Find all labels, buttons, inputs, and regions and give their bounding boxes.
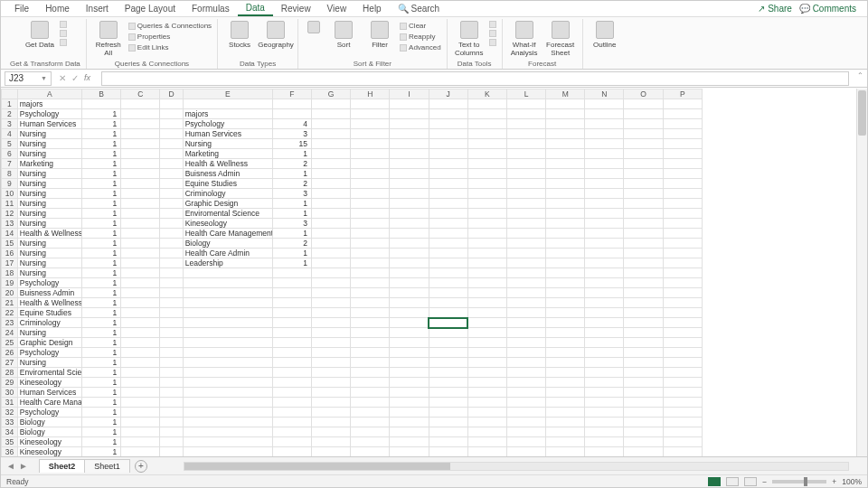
cell-B30[interactable]: 1 <box>81 388 120 398</box>
cell-L36[interactable] <box>506 447 545 457</box>
cell-N31[interactable] <box>585 398 624 408</box>
cell-A31[interactable]: Health Care Management <box>17 398 81 408</box>
cell-H31[interactable] <box>351 398 390 408</box>
menu-insert[interactable]: Insert <box>78 2 117 15</box>
cell-C4[interactable] <box>121 129 160 139</box>
cell-G30[interactable] <box>311 388 350 398</box>
cell-H3[interactable] <box>351 119 390 129</box>
clear-filter[interactable]: Clear <box>400 21 441 31</box>
cell-O13[interactable] <box>624 219 663 229</box>
cell-N14[interactable] <box>585 229 624 239</box>
sheet-nav-prev-icon[interactable]: ◄ <box>6 461 15 471</box>
cell-H11[interactable] <box>351 199 390 209</box>
cell-K25[interactable] <box>467 338 506 348</box>
cell-B1[interactable] <box>81 99 120 109</box>
cell-B22[interactable]: 1 <box>81 308 120 318</box>
select-all-corner[interactable] <box>2 89 18 99</box>
cell-E28[interactable] <box>183 368 272 378</box>
cell-E9[interactable]: Equine Studies <box>183 179 272 189</box>
cell-B3[interactable]: 1 <box>81 119 120 129</box>
cancel-formula-icon[interactable]: ✕ <box>59 73 66 83</box>
cell-I9[interactable] <box>390 179 429 189</box>
cell-E17[interactable]: Leadership <box>183 258 272 268</box>
row-header-6[interactable]: 6 <box>2 149 18 159</box>
cell-F30[interactable] <box>272 388 311 398</box>
cell-I32[interactable] <box>390 408 429 418</box>
cell-H33[interactable] <box>351 418 390 427</box>
view-page-break-button[interactable] <box>744 477 757 486</box>
cell-F5[interactable]: 15 <box>272 139 311 149</box>
row-header-2[interactable]: 2 <box>2 109 18 119</box>
cell-D31[interactable] <box>160 398 183 408</box>
cell-O9[interactable] <box>624 179 663 189</box>
cell-L23[interactable] <box>506 318 545 328</box>
cell-P22[interactable] <box>663 308 702 318</box>
cell-M24[interactable] <box>546 328 585 338</box>
cell-M10[interactable] <box>546 189 585 199</box>
cell-G32[interactable] <box>311 408 350 418</box>
cell-O10[interactable] <box>624 189 663 199</box>
cell-C12[interactable] <box>121 209 160 219</box>
cell-J34[interactable] <box>429 427 467 437</box>
cell-J24[interactable] <box>429 328 467 338</box>
cell-I34[interactable] <box>390 427 429 437</box>
cell-A27[interactable]: Nursing <box>17 358 81 368</box>
cell-E3[interactable]: Psychology <box>183 119 272 129</box>
row-header-4[interactable]: 4 <box>2 129 18 139</box>
cell-P23[interactable] <box>663 318 702 328</box>
cell-J6[interactable] <box>429 149 467 159</box>
view-normal-button[interactable] <box>708 477 721 486</box>
cell-B31[interactable]: 1 <box>81 398 120 408</box>
cell-P1[interactable] <box>663 99 702 109</box>
cell-H17[interactable] <box>351 258 390 268</box>
cell-J9[interactable] <box>429 179 467 189</box>
cell-M4[interactable] <box>546 129 585 139</box>
cell-L8[interactable] <box>506 169 545 179</box>
cell-A8[interactable]: Nursing <box>17 169 81 179</box>
cell-H5[interactable] <box>351 139 390 149</box>
cell-J10[interactable] <box>429 189 467 199</box>
cell-B26[interactable]: 1 <box>81 348 120 358</box>
row-header-9[interactable]: 9 <box>2 179 18 189</box>
data-validation[interactable] <box>489 39 496 46</box>
sort-az-button[interactable] <box>304 19 324 33</box>
properties-link[interactable]: Properties <box>128 32 212 42</box>
cell-P32[interactable] <box>663 408 702 418</box>
cell-F20[interactable] <box>272 288 311 298</box>
cell-B23[interactable]: 1 <box>81 318 120 328</box>
cell-C25[interactable] <box>121 338 160 348</box>
cell-L9[interactable] <box>506 179 545 189</box>
cell-G15[interactable] <box>311 239 350 249</box>
row-header-7[interactable]: 7 <box>2 159 18 169</box>
cell-D21[interactable] <box>160 298 183 308</box>
cell-C30[interactable] <box>121 388 160 398</box>
from-table[interactable] <box>60 39 67 46</box>
cell-J19[interactable] <box>429 278 467 288</box>
cell-L33[interactable] <box>506 418 545 427</box>
row-header-1[interactable]: 1 <box>2 99 18 109</box>
row-header-33[interactable]: 33 <box>2 418 18 427</box>
row-header-22[interactable]: 22 <box>2 308 18 318</box>
cell-L24[interactable] <box>506 328 545 338</box>
cell-N21[interactable] <box>585 298 624 308</box>
cell-K20[interactable] <box>467 288 506 298</box>
cell-N9[interactable] <box>585 179 624 189</box>
cell-F16[interactable]: 1 <box>272 249 311 258</box>
cell-G34[interactable] <box>311 427 350 437</box>
cell-I24[interactable] <box>390 328 429 338</box>
cell-H34[interactable] <box>351 427 390 437</box>
cell-K30[interactable] <box>467 388 506 398</box>
cell-J1[interactable] <box>429 99 467 109</box>
cell-J16[interactable] <box>429 249 467 258</box>
cell-L17[interactable] <box>506 258 545 268</box>
cell-C7[interactable] <box>121 159 160 169</box>
cell-N12[interactable] <box>585 209 624 219</box>
cell-L35[interactable] <box>506 437 545 447</box>
row-header-8[interactable]: 8 <box>2 169 18 179</box>
cell-K21[interactable] <box>467 298 506 308</box>
cell-B28[interactable]: 1 <box>81 368 120 378</box>
cell-J7[interactable] <box>429 159 467 169</box>
cell-K1[interactable] <box>467 99 506 109</box>
cell-F27[interactable] <box>272 358 311 368</box>
view-page-layout-button[interactable] <box>726 477 739 486</box>
